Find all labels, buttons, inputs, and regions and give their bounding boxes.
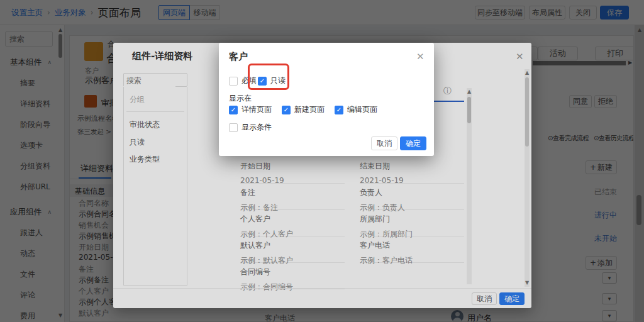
display-option-detail[interactable]: ✓详情页面 [229,103,272,115]
display-in-label: 显示在 [229,93,252,104]
field-ok-button[interactable]: 确定 [400,136,426,150]
display-option-new[interactable]: ✓新建页面 [282,103,325,115]
page-layout-designer: 设置主页 › 业务对象 › 页面布局 网页端 移动端 同步至移动端 布局属性 关… [0,0,644,322]
display-condition-group[interactable]: 显示条件 [229,121,272,133]
field-cancel-button[interactable]: 取消 [371,136,397,150]
checkbox-label: 编辑页面 [347,105,377,114]
checkbox-unchecked[interactable] [229,123,238,132]
checkbox-label: 显示条件 [242,123,272,131]
close-icon[interactable]: ✕ [416,51,425,62]
checkbox-label: 详情页面 [242,105,272,114]
checkbox-checked[interactable]: ✓ [335,106,343,114]
checkbox-unchecked[interactable] [229,77,238,86]
checkbox-checked[interactable]: ✓ [229,106,238,114]
field-modal-title: 客户 [229,51,248,63]
field-settings-modal: 客户 ✕ 必填 ✓只读 显示在 ✓详情页面 ✓新建页面 ✓编辑页面 显示条件 取… [219,43,434,156]
annotation-highlight-box [248,64,289,90]
checkbox-label: 新建页面 [294,105,325,114]
display-option-edit[interactable]: ✓编辑页面 [335,103,377,115]
checkbox-checked[interactable]: ✓ [282,106,291,114]
